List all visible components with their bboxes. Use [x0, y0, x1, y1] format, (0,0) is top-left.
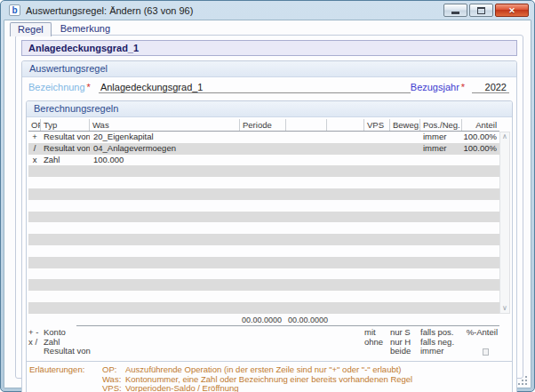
table-row-empty[interactable]	[28, 188, 499, 200]
was-field-underline	[76, 315, 240, 326]
column-header-anteil: Anteil	[462, 119, 499, 131]
bezugsjahr-required-mark: *	[459, 82, 465, 92]
legend-op: + - x /	[28, 328, 41, 357]
table-row-empty[interactable]	[28, 257, 499, 268]
column-header-typ: Typ	[41, 119, 90, 131]
app-icon: b	[9, 4, 20, 16]
resize-grip[interactable]	[525, 383, 527, 385]
legend-posneg: falls pos. falls neg. immer	[420, 328, 462, 357]
field-underline	[462, 315, 499, 326]
field-underline	[327, 315, 364, 326]
field-underline	[390, 315, 420, 326]
close-button[interactable]: ✕	[495, 4, 529, 17]
column-header-beweg: Beweg.	[390, 119, 420, 131]
table-row-empty[interactable]	[28, 234, 499, 245]
erlaeuterungen-label: Erläuterungen:	[29, 365, 102, 392]
bezeichnung-required-mark: *	[85, 82, 91, 92]
table-row-empty[interactable]	[28, 177, 499, 188]
bezugsjahr-label: Bezugsjahr	[411, 82, 459, 92]
table-row-empty[interactable]	[28, 212, 499, 223]
table-row[interactable]: / Resultat von 04_Anlagevermoegen immer …	[28, 143, 499, 155]
minimize-button[interactable]	[443, 4, 467, 17]
column-header-op: OP	[28, 119, 41, 131]
close-icon: ✕	[508, 6, 515, 15]
column-header-posneg: Pos./Neg.	[420, 119, 462, 131]
table-row-empty[interactable]	[28, 291, 499, 302]
table-row-empty[interactable]	[28, 268, 499, 280]
maximize-icon	[477, 7, 485, 14]
scroll-down-icon[interactable]: ∨	[502, 304, 507, 313]
column-header-vps: VPS	[364, 119, 390, 131]
table-row-empty[interactable]	[28, 245, 499, 257]
rule-fields-row: Bezeichnung * Anlagedeckungsgrad_1 Bezug…	[22, 77, 516, 100]
table-row-empty[interactable]	[28, 222, 499, 234]
bezeichnung-input[interactable]: Anlagedeckungsgrad_1	[99, 82, 411, 93]
legend-anteil: %-Anteil	[462, 328, 499, 357]
maximize-button[interactable]	[469, 4, 493, 17]
table-row[interactable]: + Resultat von 20_Eigenkapital immer 100…	[28, 132, 499, 143]
column-header-was: Was	[90, 119, 240, 131]
rule-name-header: Anlagedeckungsgrad_1	[21, 40, 517, 56]
anteil-box-icon	[483, 348, 489, 356]
app-window: b Auswertungsregel: Ändern (63 von 96) ✕…	[0, 0, 535, 392]
titlebar[interactable]: b Auswertungsregel: Ändern (63 von 96) ✕	[1, 1, 534, 20]
minimize-icon	[451, 12, 459, 14]
table-row-empty[interactable]	[28, 200, 499, 212]
table-scrollbar[interactable]: ∧ ∨	[499, 132, 510, 314]
tab-panel-regel: Anlagedeckungsgrad_1 Auswertungsregel Be…	[15, 35, 523, 379]
bezeichnung-label: Bezeichnung	[28, 82, 85, 92]
tab-regel[interactable]: Regel	[10, 22, 52, 36]
periode-von-format: 00.00.0000	[240, 315, 286, 326]
periode-bis-format: 00.00.0000	[286, 315, 327, 326]
table-row[interactable]: x Zahl 100.000	[28, 155, 499, 166]
legend-beweg: nur S nur H beide	[390, 328, 420, 357]
table-row-empty[interactable]	[28, 302, 499, 314]
legend-options: + - x / Konto Zahl Resultat von mit ohne	[28, 328, 499, 357]
legend-vps: mit ohne	[364, 328, 390, 357]
rules-table: OP Typ Was Periode VPS Beweg. Pos./Neg. …	[28, 118, 510, 314]
rules-rows: + Resultat von 20_Eigenkapital immer 100…	[28, 132, 499, 314]
column-header-periode-bis	[286, 119, 327, 131]
window-controls: ✕	[443, 4, 529, 17]
erlaeuterungen-items: OP:Auszuführende Operation (in der erste…	[102, 365, 508, 392]
field-underline	[420, 315, 462, 326]
group-auswertungsregel: Auswertungsregel Bezeichnung * Anlagedec…	[21, 60, 517, 392]
bezugsjahr-input[interactable]: 2022	[472, 82, 509, 93]
column-header-periode: Periode	[240, 119, 286, 131]
group-berechnungsregeln: Berechnungsregeln OP Typ Was Periode VPS…	[26, 100, 513, 392]
column-header-blank	[327, 119, 364, 131]
table-row-empty[interactable]	[28, 279, 499, 291]
window-title: Auswertungsregel: Ändern (63 von 96)	[26, 5, 438, 16]
legend-typ: Konto Zahl Resultat von	[41, 328, 240, 357]
scroll-up-icon[interactable]: ∧	[502, 132, 507, 141]
group-berechnungsregeln-header: Berechnungsregeln	[27, 101, 512, 117]
window-body: Regel Bemerkung Anlagedeckungsgrad_1 Aus…	[4, 20, 531, 388]
erlaeuterungen-section: Erläuterungen: OP:Auszuführende Operatio…	[27, 361, 512, 392]
legend-format-row: 00.00.0000 00.00.0000	[28, 314, 499, 326]
group-auswertungsregel-header: Auswertungsregel	[22, 61, 516, 77]
erlaeuterungen-item: VPS:Vorperioden-Saldo / Eröffnung	[102, 384, 508, 392]
table-row-empty[interactable]	[28, 165, 499, 177]
rules-table-header: OP Typ Was Periode VPS Beweg. Pos./Neg. …	[28, 118, 499, 132]
field-underline	[364, 315, 390, 326]
